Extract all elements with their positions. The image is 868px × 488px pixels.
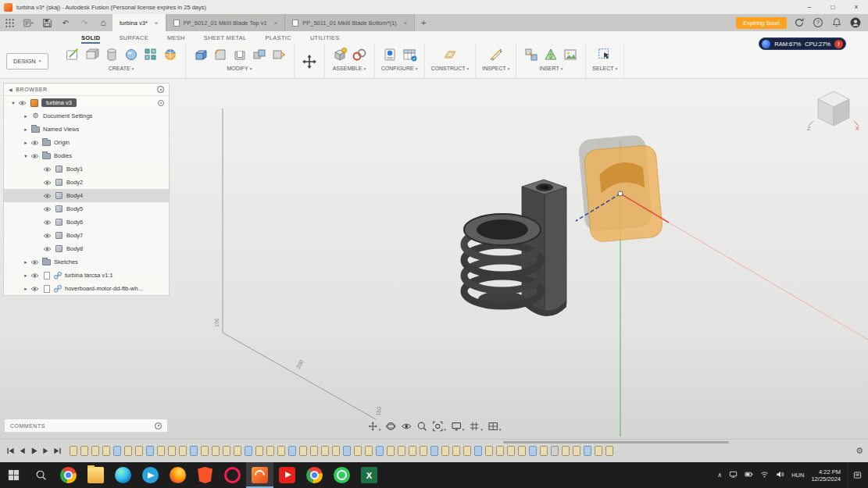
timeline-feature-icon[interactable] bbox=[387, 446, 395, 456]
fit-icon[interactable]: ▾ bbox=[431, 422, 447, 434]
measure-icon[interactable] bbox=[488, 46, 505, 63]
ribbon-tab-plastic[interactable]: PLASTIC bbox=[266, 34, 291, 44]
tray-display-icon[interactable] bbox=[729, 470, 738, 480]
timeline-feature-icon[interactable] bbox=[452, 446, 460, 456]
tab-close-icon[interactable]: × bbox=[155, 20, 159, 27]
tab-close-icon[interactable]: × bbox=[404, 20, 408, 27]
timeline-feature-icon[interactable] bbox=[398, 446, 405, 456]
app-grid-icon[interactable] bbox=[0, 14, 19, 31]
timeline-feature-icon[interactable] bbox=[573, 446, 580, 456]
expiring-soon-badge[interactable]: Expiring Soon bbox=[736, 17, 787, 29]
home-icon[interactable]: ⌂ bbox=[94, 14, 113, 31]
tree-item-turbina-t-rcsa-v1-1[interactable]: ▸turbina tárcsa v1:1 bbox=[4, 269, 169, 282]
timeline-skip-end-button[interactable] bbox=[52, 445, 63, 457]
ribbon-tab-solid[interactable]: SOLID bbox=[81, 34, 100, 44]
visibility-eye-icon[interactable] bbox=[30, 153, 41, 159]
tree-item-turbina-v3[interactable]: ▾turbina v3 bbox=[4, 96, 169, 109]
tree-item-hoverboard-motor-dd-ftb-wh[interactable]: ▸hoverboard-motor-dd-ftb-wh... bbox=[4, 282, 169, 295]
timeline-feature-icon[interactable] bbox=[409, 446, 416, 456]
taskbar-app-start[interactable] bbox=[0, 462, 27, 488]
timeline-feature-icon[interactable] bbox=[299, 446, 307, 456]
taskbar-app-excel[interactable] bbox=[355, 462, 383, 488]
taskbar-app-chrome[interactable] bbox=[55, 462, 82, 488]
language-indicator[interactable]: HUN bbox=[791, 472, 804, 479]
construction-section[interactable] bbox=[578, 134, 663, 243]
visibility-eye-icon[interactable] bbox=[43, 193, 54, 199]
zoom-icon[interactable] bbox=[416, 422, 428, 434]
press-pull-icon[interactable] bbox=[192, 46, 209, 63]
timeline-feature-icon[interactable] bbox=[168, 446, 176, 456]
joint-icon[interactable] bbox=[351, 46, 368, 63]
close-button[interactable]: × bbox=[845, 0, 868, 14]
visibility-eye-icon[interactable] bbox=[18, 100, 29, 106]
visibility-eye-icon[interactable] bbox=[43, 166, 54, 173]
insert-mesh-icon[interactable] bbox=[542, 46, 559, 63]
tree-item-label[interactable]: Body6 bbox=[66, 219, 83, 226]
timeline-step-forward-button[interactable] bbox=[40, 445, 52, 457]
timeline-feature-icon[interactable] bbox=[332, 446, 340, 456]
grid-settings-icon[interactable]: ▾ bbox=[468, 422, 484, 434]
taskbar-app-chrome-2[interactable] bbox=[301, 462, 328, 488]
timeline-feature-icon[interactable] bbox=[595, 446, 602, 456]
timeline-feature-icon[interactable] bbox=[190, 446, 198, 456]
tree-item-body1[interactable]: Body1 bbox=[4, 162, 169, 176]
tree-item-body8[interactable]: Body8 bbox=[4, 242, 169, 255]
pattern-icon[interactable] bbox=[142, 46, 159, 63]
create-form-icon[interactable] bbox=[84, 46, 101, 63]
timeline-feature-icon[interactable] bbox=[124, 446, 132, 456]
timeline-settings-icon[interactable]: ⚙ bbox=[855, 446, 863, 456]
timeline-feature-icon[interactable] bbox=[321, 446, 329, 456]
tree-item-body4[interactable]: Body4 bbox=[4, 189, 169, 202]
tree-item-body6[interactable]: Body6 bbox=[4, 216, 169, 229]
tree-item-label[interactable]: Body1 bbox=[66, 166, 83, 173]
visibility-eye-icon[interactable] bbox=[43, 180, 54, 186]
timeline-feature-icon[interactable] bbox=[354, 446, 362, 456]
replace-face-icon[interactable] bbox=[270, 46, 288, 63]
tree-item-sketches[interactable]: ▸Sketches bbox=[4, 255, 169, 269]
visibility-eye-icon[interactable] bbox=[30, 140, 41, 146]
tree-item-label[interactable]: hoverboard-motor-dd-ftb-wh... bbox=[65, 285, 143, 292]
timeline-feature-icon[interactable] bbox=[70, 446, 77, 456]
configuration-icon[interactable] bbox=[381, 46, 398, 63]
timeline-feature-icon[interactable] bbox=[245, 446, 252, 456]
ribbon-tab-sheet-metal[interactable]: SHEET METAL bbox=[204, 34, 247, 44]
taskbar-app-search[interactable] bbox=[27, 462, 55, 488]
toolbar-group-label[interactable]: INSPECT▾ bbox=[482, 66, 509, 71]
timeline-feature-icon[interactable] bbox=[179, 446, 187, 456]
performance-monitor[interactable]: RAM:67% CPU:27% ! bbox=[759, 37, 846, 50]
tree-item-body2[interactable]: Body2 bbox=[4, 176, 169, 189]
timeline-step-back-button[interactable] bbox=[16, 445, 28, 457]
timeline-feature-icon[interactable] bbox=[102, 446, 110, 456]
visibility-eye-icon[interactable] bbox=[30, 259, 41, 265]
timeline-feature-icon[interactable] bbox=[135, 446, 143, 456]
tree-item-body7[interactable]: Body7 bbox=[4, 229, 169, 242]
viewports-icon[interactable]: ▾ bbox=[487, 422, 502, 434]
tray-wifi-icon[interactable] bbox=[760, 470, 769, 480]
component-badge-icon[interactable] bbox=[158, 100, 164, 106]
timeline-feature-icon[interactable] bbox=[474, 446, 482, 456]
visibility-eye-icon[interactable] bbox=[30, 272, 41, 279]
taskbar-app-edge[interactable] bbox=[109, 462, 137, 488]
timeline-skip-start-button[interactable] bbox=[5, 445, 16, 457]
highlighted-body[interactable] bbox=[584, 144, 663, 243]
action-center-icon[interactable] bbox=[848, 462, 866, 488]
user-avatar[interactable] bbox=[849, 16, 862, 29]
timeline-feature-icon[interactable] bbox=[80, 446, 88, 456]
create-sketch-icon[interactable] bbox=[64, 46, 81, 63]
render-sphere-icon[interactable] bbox=[162, 46, 179, 63]
document-tab-turbina-v3[interactable]: turbina v3*× bbox=[113, 14, 166, 31]
look-at-icon[interactable] bbox=[400, 422, 413, 434]
timeline-feature-icon[interactable] bbox=[562, 446, 570, 456]
timeline-feature-icon[interactable] bbox=[441, 446, 449, 456]
toolbar-group-label[interactable]: SELECT▾ bbox=[592, 66, 617, 71]
visibility-eye-icon[interactable] bbox=[43, 206, 54, 212]
timeline-feature-icon[interactable] bbox=[201, 446, 209, 456]
primitive-sphere-icon[interactable] bbox=[123, 46, 140, 63]
tree-item-label[interactable]: Body5 bbox=[66, 205, 83, 212]
expand-arrow-icon[interactable]: ▸ bbox=[21, 140, 30, 146]
taskbar-clock[interactable]: 4:22 PM 12/25/2024 bbox=[811, 468, 841, 483]
timeline-feature-icon[interactable] bbox=[212, 446, 220, 456]
timeline-feature-icon[interactable] bbox=[255, 446, 263, 456]
tree-item-body5[interactable]: Body5 bbox=[4, 202, 169, 216]
orbit-icon[interactable] bbox=[384, 422, 397, 434]
